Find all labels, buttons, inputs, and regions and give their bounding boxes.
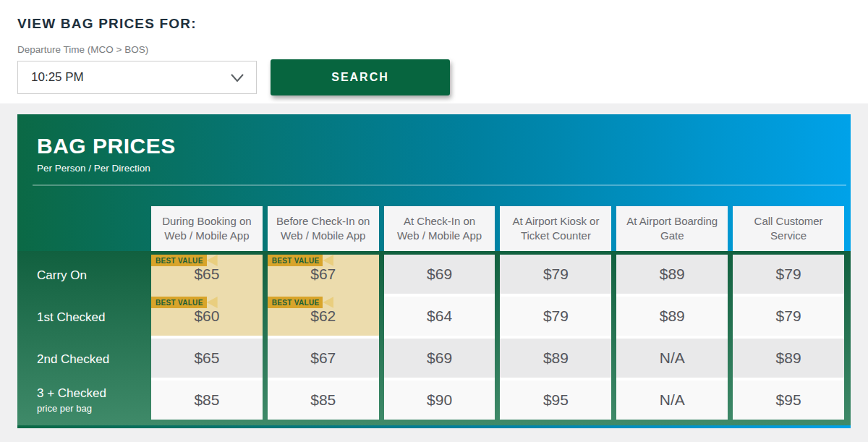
price-cell: $90 [384, 381, 495, 420]
price-value: $65 [194, 265, 219, 283]
price-cell: $85 [268, 381, 379, 420]
row-label: 3 + Checkedprice per bag [17, 381, 146, 420]
search-button[interactable]: SEARCH [271, 59, 450, 95]
price-value: $79 [776, 265, 801, 283]
price-cell: $64 [384, 297, 495, 339]
bag-prices-panel: BAG PRICES Per Person / Per Direction Du… [17, 114, 851, 428]
column-header: At Check-In on Web / Mobile App [384, 206, 495, 251]
price-value: $79 [776, 307, 801, 325]
price-cell: $65 [151, 339, 263, 381]
divider [33, 184, 846, 186]
price-cell: $79 [500, 255, 611, 297]
row-label-text: 3 + Checked [37, 386, 146, 401]
price-cell: $85 [151, 381, 263, 420]
column-header: Call Customer Service [733, 206, 844, 251]
price-value: N/A [660, 349, 685, 367]
price-cell: $69 [384, 255, 495, 297]
best-value-badge-text: BEST VALUE [268, 255, 323, 266]
row-label: Carry On [17, 255, 146, 297]
price-table-body: Carry OnBEST VALUE$65BEST VALUE$67$69$79… [17, 251, 851, 425]
best-value-badge: BEST VALUE [151, 297, 218, 308]
price-value: $95 [776, 391, 801, 409]
price-cell: $89 [733, 339, 844, 381]
column-header: At Airport Boarding Gate [616, 206, 728, 251]
price-cell: $89 [616, 255, 728, 297]
price-value: $89 [660, 307, 685, 325]
column-header: At Airport Kiosk or Ticket Counter [500, 206, 611, 251]
price-value: $95 [543, 391, 569, 409]
ribbon-notch-icon [207, 297, 218, 308]
price-value: $64 [427, 307, 452, 325]
price-cell: $95 [733, 381, 844, 420]
price-value: $90 [427, 391, 452, 409]
controls-row: 10:25 PM SEARCH [17, 61, 851, 95]
price-value: $67 [310, 265, 336, 283]
price-cell: $69 [384, 339, 495, 381]
page-heading: VIEW BAG PRICES FOR: [17, 16, 851, 32]
price-cell: $67 [268, 339, 379, 381]
row-label-text: 1st Checked [37, 310, 146, 325]
price-cell: $95 [500, 381, 611, 420]
price-cell: BEST VALUE$67 [268, 255, 379, 297]
column-header: Before Check-In on Web / Mobile App [268, 206, 379, 251]
chevron-down-icon [231, 74, 244, 82]
departure-time-select[interactable]: 10:25 PM [17, 61, 257, 94]
column-header: During Booking on Web / Mobile App [151, 206, 263, 251]
price-cell: $89 [616, 297, 728, 339]
price-value: $85 [194, 391, 219, 409]
panel-subtitle: Per Person / Per Direction [17, 158, 851, 174]
ribbon-notch-icon [323, 297, 333, 308]
best-value-badge-text: BEST VALUE [151, 297, 207, 308]
row-label: 2nd Checked [17, 339, 146, 381]
row-label-text: 2nd Checked [37, 352, 146, 367]
price-cell: N/A [616, 381, 728, 420]
price-cell: BEST VALUE$65 [151, 255, 263, 297]
price-value: $85 [310, 391, 336, 409]
price-value: $69 [427, 265, 452, 283]
best-value-badge: BEST VALUE [268, 255, 334, 266]
price-cell: $79 [733, 297, 844, 339]
price-value: $62 [310, 307, 336, 325]
row-label-text: Carry On [37, 268, 146, 283]
price-value: $79 [543, 265, 569, 283]
price-cell: N/A [616, 339, 728, 381]
best-value-badge: BEST VALUE [268, 297, 334, 308]
ribbon-notch-icon [207, 255, 218, 266]
price-value: $67 [310, 349, 336, 367]
row-label: 1st Checked [17, 297, 146, 339]
price-value: $69 [427, 349, 452, 367]
selected-time-value: 10:25 PM [31, 70, 84, 85]
price-cell: BEST VALUE$62 [268, 297, 379, 339]
price-cell: $79 [733, 255, 844, 297]
price-value: $60 [194, 307, 219, 325]
price-cell: $89 [500, 339, 611, 381]
best-value-badge-text: BEST VALUE [268, 297, 323, 308]
price-cell: $79 [500, 297, 611, 339]
ribbon-notch-icon [323, 255, 333, 266]
price-value: N/A [660, 391, 685, 409]
price-table-header: During Booking on Web / Mobile AppBefore… [17, 206, 851, 251]
departure-time-label: Departure Time (MCO > BOS) [17, 44, 851, 55]
row-sublabel-text: price per bag [37, 403, 146, 414]
best-value-badge: BEST VALUE [151, 255, 218, 266]
search-section: VIEW BAG PRICES FOR: Departure Time (MCO… [0, 0, 868, 103]
price-value: $79 [543, 307, 569, 325]
price-value: $89 [660, 265, 685, 283]
header-spacer-cell [17, 206, 146, 251]
price-value: $65 [194, 349, 219, 367]
best-value-badge-text: BEST VALUE [151, 255, 207, 266]
panel-title: BAG PRICES [17, 114, 851, 158]
price-cell: BEST VALUE$60 [151, 297, 263, 339]
price-value: $89 [776, 349, 801, 367]
price-value: $89 [543, 349, 569, 367]
